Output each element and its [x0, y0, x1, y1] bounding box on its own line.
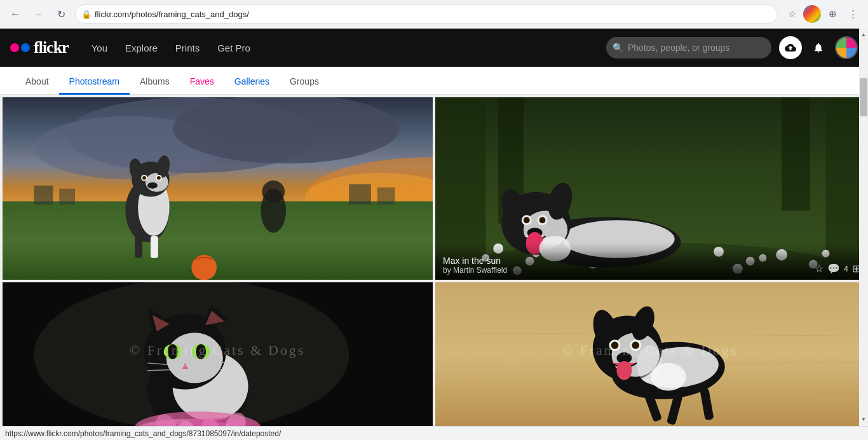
scrollbar-up-button[interactable]: ▲ — [859, 29, 868, 40]
profile-avatar — [803, 5, 821, 23]
reload-button[interactable]: ↻ — [52, 5, 70, 23]
photo-item-dog-beach[interactable]: © Framing Cats & Dogs — [435, 282, 865, 427]
sub-nav-albums[interactable]: Albums — [130, 70, 180, 95]
search-icon: 🔍 — [613, 43, 623, 53]
photo-item-dog-flowers[interactable]: Max in the sun by Martin Swaffield ☆ 💬 4… — [435, 97, 865, 280]
sub-nav-galleries[interactable]: Galleries — [224, 70, 280, 95]
flickr-dot-blue — [21, 43, 30, 52]
svg-point-20 — [157, 176, 161, 180]
svg-rect-9 — [349, 184, 371, 205]
extensions-button[interactable]: ⊕ — [824, 5, 841, 23]
browser-chrome: ← → ↻ 🔒 ☆ ⊕ ⋮ — [0, 0, 868, 29]
svg-point-26 — [191, 255, 217, 280]
svg-rect-22 — [135, 236, 142, 258]
svg-point-25 — [262, 181, 285, 203]
svg-point-21 — [147, 182, 158, 189]
scrollbar-down-button[interactable]: ▼ — [859, 414, 868, 425]
nav-explore[interactable]: Explore — [118, 38, 165, 58]
sub-navbar: About Photostream Albums Faves Galleries… — [0, 67, 868, 95]
status-bar: https://www.flickr.com/photos/framing_ca… — [0, 426, 868, 430]
main-content: Max in the sun by Martin Swaffield ☆ 💬 4… — [0, 95, 868, 430]
flickr-nav-links: You Explore Prints Get Pro — [84, 38, 606, 58]
lock-icon: 🔒 — [81, 10, 92, 19]
sub-nav-photostream[interactable]: Photostream — [59, 70, 130, 95]
svg-rect-10 — [377, 188, 395, 205]
svg-rect-23 — [151, 236, 158, 258]
photo-cat-dark-image: © Framing Cats & Dogs — [3, 282, 433, 427]
address-input[interactable] — [75, 4, 778, 24]
address-bar-wrap: 🔒 — [75, 4, 778, 24]
nav-you[interactable]: You — [84, 38, 115, 58]
flickr-dot-pink — [10, 43, 19, 52]
sub-nav-about[interactable]: About — [15, 70, 59, 95]
svg-rect-7 — [34, 186, 53, 205]
photo-title: Max in the sun — [443, 256, 858, 266]
notifications-button[interactable] — [807, 36, 830, 59]
star-icon[interactable]: ☆ — [815, 263, 824, 275]
upload-button[interactable] — [779, 36, 802, 59]
sub-nav-faves[interactable]: Faves — [180, 70, 224, 95]
svg-point-56 — [539, 217, 546, 223]
flickr-navbar: flickr You Explore Prints Get Pro 🔍 — [0, 29, 868, 67]
svg-point-103 — [616, 361, 632, 380]
photo-overlay: Max in the sun by Martin Swaffield — [435, 251, 865, 280]
forward-button[interactable]: → — [29, 5, 47, 23]
bookmark-button[interactable]: ☆ — [783, 5, 801, 23]
svg-point-54 — [524, 217, 530, 223]
comment-count: 4 — [844, 264, 848, 273]
search-wrap: 🔍 — [606, 37, 771, 58]
status-url: https://www.flickr.com/photos/framing_ca… — [5, 429, 281, 430]
photo-dogs-field-image — [3, 97, 433, 280]
photo-item-dogs-field[interactable] — [3, 97, 433, 280]
account-button[interactable] — [803, 5, 821, 23]
nav-get-pro[interactable]: Get Pro — [210, 38, 258, 58]
svg-rect-8 — [59, 189, 75, 205]
svg-text:© Framing Cats & Dogs: © Framing Cats & Dogs — [562, 343, 738, 358]
sub-nav-groups[interactable]: Groups — [280, 70, 329, 95]
flickr-wordmark: flickr — [34, 38, 69, 57]
user-avatar[interactable] — [835, 36, 858, 59]
svg-rect-31 — [782, 97, 810, 210]
photo-item-cat-dark[interactable]: © Framing Cats & Dogs — [3, 282, 433, 427]
comment-icon[interactable]: 💬 — [827, 263, 840, 275]
photo-grid: Max in the sun by Martin Swaffield ☆ 💬 4… — [0, 95, 868, 430]
back-button[interactable]: ← — [6, 5, 24, 23]
svg-point-18 — [142, 176, 146, 180]
search-input[interactable] — [606, 37, 771, 58]
scrollbar: ▲ ▼ — [859, 28, 868, 426]
nav-prints[interactable]: Prints — [168, 38, 207, 58]
svg-text:© Framing Cats & Dogs: © Framing Cats & Dogs — [130, 343, 305, 358]
scrollbar-track — [859, 41, 868, 413]
photo-actions: ☆ 💬 4 ⊞ — [815, 263, 860, 275]
svg-rect-6 — [3, 202, 433, 280]
flickr-logo[interactable]: flickr — [10, 38, 69, 57]
svg-point-3 — [173, 97, 400, 163]
menu-button[interactable]: ⋮ — [844, 5, 862, 23]
photo-author: by Martin Swaffield — [443, 266, 858, 275]
scrollbar-thumb[interactable] — [860, 78, 867, 116]
photo-dog-beach-image: © Framing Cats & Dogs — [435, 282, 865, 427]
nav-right-icons — [779, 36, 858, 59]
